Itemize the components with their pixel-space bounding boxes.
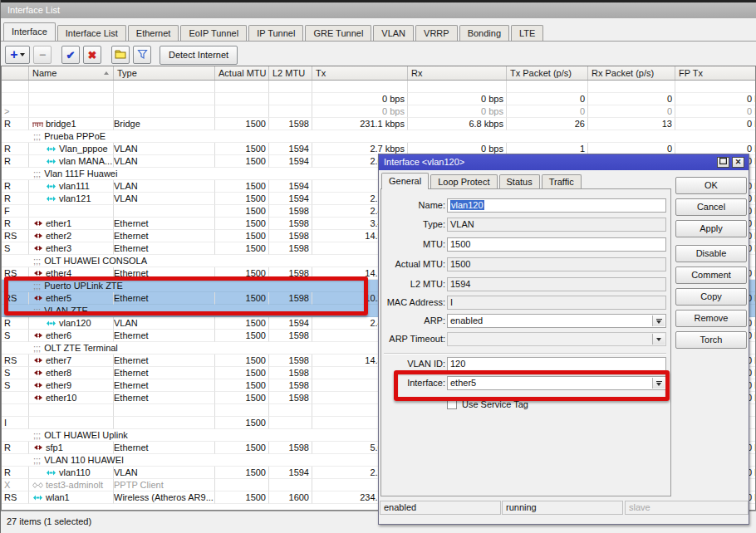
cell-flag: [2, 392, 29, 404]
field-value: 1594: [450, 279, 470, 289]
close-icon[interactable]: ✕: [732, 157, 744, 168]
tab-eoip-tunnel[interactable]: EoIP Tunnel: [180, 25, 247, 41]
cell-amtu: 1500: [215, 467, 269, 479]
dialog-tab-traffic[interactable]: Traffic: [542, 174, 582, 189]
disable-button[interactable]: Disable: [675, 245, 747, 262]
dialog-tab-loop-protect[interactable]: Loop Protect: [430, 174, 497, 189]
field-input-mtu-[interactable]: 1500: [447, 237, 666, 252]
field-label-vlan-id-: VLAN ID:: [380, 357, 445, 371]
comment-marker: ;;;: [33, 131, 41, 141]
comment-button[interactable]: Comment: [675, 266, 747, 284]
cell-type: VLAN: [114, 317, 215, 330]
tab-interface-list[interactable]: Interface List: [57, 25, 126, 41]
remove-button[interactable]: Remove: [675, 310, 747, 327]
column-header-tx-packet-p-s-[interactable]: Tx Packet (p/s): [507, 66, 588, 80]
annotation-interface-field-highlight: [394, 370, 670, 401]
cell-name: [29, 404, 114, 417]
apply-button[interactable]: Apply: [675, 220, 747, 237]
cell-l2: 1598: [269, 355, 312, 367]
cell-amtu: 1500: [215, 180, 269, 193]
ethernet-icon: [32, 357, 43, 364]
cell-type: VLAN: [114, 193, 215, 205]
table-row[interactable]: >0 bps0 bps000 bps: [2, 105, 756, 118]
cell-txp: 26: [507, 118, 588, 130]
torch-button[interactable]: Torch: [675, 331, 747, 349]
tab-ip-tunnel[interactable]: IP Tunnel: [248, 25, 303, 41]
field-input-arp-[interactable]: enabled: [447, 314, 666, 328]
comment-text: Vlan 111F Huawei: [44, 169, 117, 178]
dropdown-arrow-icon[interactable]: [652, 315, 665, 326]
field-input-actual-mtu-[interactable]: 1500: [447, 257, 666, 271]
cell-l2: [269, 404, 312, 417]
dialog-titlebar[interactable]: Interface <vlan120>: [379, 154, 749, 170]
column-header-tx[interactable]: Tx: [312, 66, 408, 80]
cell-flag: R: [2, 442, 29, 454]
column-header-rx-packet-p-s-[interactable]: Rx Packet (p/s): [588, 66, 675, 80]
copy-button[interactable]: Copy: [675, 288, 747, 306]
cell-tx: [312, 81, 408, 93]
tab-interface[interactable]: Interface: [3, 22, 56, 41]
field-input-type-[interactable]: VLAN: [447, 218, 666, 232]
tab-lte[interactable]: LTE: [511, 25, 543, 41]
cell-type: VLAN: [114, 180, 215, 193]
tab-vrrp[interactable]: VRRP: [415, 25, 458, 41]
wireless-icon: [32, 494, 43, 501]
pptp-icon: [32, 482, 43, 489]
ok-button[interactable]: OK: [675, 177, 747, 194]
window-left-edge: [0, 0, 1, 533]
add-button[interactable]: +: [5, 46, 30, 64]
disable-button[interactable]: ✖: [83, 46, 101, 64]
cell-amtu: 1500: [215, 392, 269, 404]
cell-amtu: 1500: [215, 155, 269, 168]
column-header-fp-tx[interactable]: FP Tx: [675, 66, 756, 80]
cell-tx: 0 bps: [312, 93, 408, 105]
cell-flag: RS: [2, 491, 29, 504]
field-input-name-[interactable]: vlan120: [447, 198, 666, 213]
comment-marker: ;;;: [33, 256, 41, 266]
column-header-name[interactable]: Name: [29, 66, 114, 80]
cancel-button[interactable]: Cancel: [675, 198, 747, 216]
detect-internet-button[interactable]: Detect Internet: [160, 46, 238, 65]
remove-button[interactable]: −: [33, 46, 52, 64]
cell-type: Ethernet: [114, 392, 215, 404]
table-row[interactable]: Rbridge1Bridge15001598231.1 kbps6.8 kbps…: [2, 118, 756, 130]
window-titlebar[interactable]: Interface List: [1, 2, 756, 18]
tab-vlan[interactable]: VLAN: [373, 25, 414, 41]
column-header-type[interactable]: Type: [114, 66, 215, 80]
column-header-rx[interactable]: Rx: [408, 66, 507, 80]
column-header-actual-mtu[interactable]: Actual MTU: [215, 66, 269, 80]
table-header[interactable]: NameTypeActual MTUL2 MTUTxRxTx Packet (p…: [2, 66, 756, 81]
table-row[interactable]: 0 bps0 bps000 bps: [2, 93, 756, 105]
maximize-icon[interactable]: [717, 157, 729, 168]
ethernet-icon: [32, 220, 43, 227]
tab-ethernet[interactable]: Ethernet: [128, 25, 179, 41]
field-input-arp-timeout-[interactable]: [447, 332, 666, 346]
filter-button[interactable]: [133, 46, 151, 64]
field-label-mtu-: MTU:: [380, 237, 445, 252]
field-input-vlan-id-[interactable]: 120: [447, 357, 666, 371]
tab-gre-tunnel[interactable]: GRE Tunnel: [305, 25, 371, 41]
field-input-l2-mtu-[interactable]: 1594: [447, 277, 666, 291]
interface-name: ether6: [46, 330, 71, 341]
cell-name: test3-adminolt: [29, 479, 114, 491]
dropdown-arrow-icon[interactable]: [652, 334, 665, 345]
cell-type: Bridge: [114, 118, 215, 130]
cell-fp: 0 bps: [675, 93, 756, 105]
table-row[interactable]: [2, 81, 756, 93]
item-count: 27 items (1 selected): [7, 516, 91, 526]
column-header-l2-mtu[interactable]: L2 MTU: [269, 66, 312, 80]
enable-button[interactable]: ✔: [61, 46, 80, 64]
annotation-row-highlight: [4, 276, 368, 315]
column-header-flags[interactable]: [2, 66, 29, 80]
cell-rxp: [588, 81, 675, 93]
tab-bonding[interactable]: Bonding: [459, 25, 509, 41]
dialog-tab-general[interactable]: General: [381, 173, 429, 189]
cell-name: [29, 93, 114, 105]
ethernet-icon: [32, 382, 43, 389]
dialog-tab-status[interactable]: Status: [499, 174, 540, 189]
comment-button[interactable]: [111, 46, 130, 64]
cell-flag: RS: [2, 230, 29, 242]
comment-row[interactable]: ;;;Prueba PPPoE: [2, 130, 756, 143]
field-input-mac-address-[interactable]: I: [447, 296, 666, 310]
cell-l2: 1594: [269, 155, 312, 168]
